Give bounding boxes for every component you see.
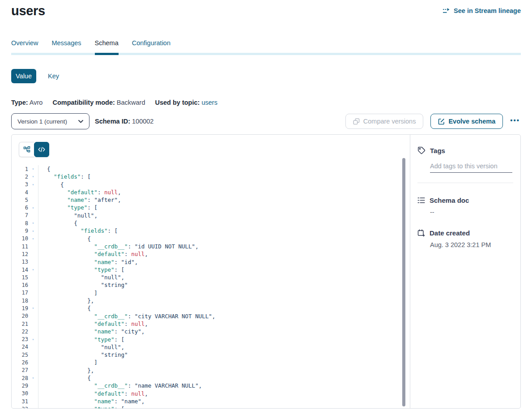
code-line: }, (47, 367, 410, 374)
code-line: "fields": [ (47, 227, 410, 235)
editor-source: { "fields": [ { "default": null, "name":… (38, 165, 410, 409)
line-number: 3 (12, 181, 28, 188)
fold-toggle-icon[interactable]: ▾ (28, 175, 38, 179)
line-number: 6 (12, 205, 28, 211)
code-line: "type": [ (47, 405, 410, 409)
line-number: 8 (12, 220, 28, 226)
schema-panel: 1▾2▾3▾456▾78▾9▾10▾11121314▾1516171819▾20… (11, 134, 521, 409)
code-line: { (47, 219, 410, 227)
schema-id-value: 100002 (132, 118, 153, 125)
line-number: 18 (12, 298, 28, 304)
line-number: 2 (12, 174, 28, 180)
page-header: users See in Stream lineage (11, 0, 521, 18)
fold-toggle-icon[interactable]: ▾ (28, 376, 38, 380)
schema-id: Schema ID: 100002 (95, 118, 153, 125)
line-number: 23 (12, 336, 28, 342)
code-line: ] (47, 359, 410, 366)
fold-toggle-icon[interactable]: ▾ (28, 167, 38, 171)
key-toggle-button[interactable]: Key (48, 73, 59, 80)
code-view-button[interactable] (34, 142, 49, 157)
editor-gutter: 1▾2▾3▾456▾78▾9▾10▾11121314▾1516171819▾20… (12, 165, 38, 409)
meta-type: Type: Avro (11, 99, 43, 106)
calendar-plus-icon (417, 229, 425, 237)
more-actions-button[interactable]: ••• (510, 116, 521, 127)
tab-overview[interactable]: Overview (11, 39, 38, 55)
code-line: { (47, 165, 410, 173)
line-number: 26 (12, 359, 28, 366)
line-number: 17 (12, 290, 28, 296)
code-line: "null", (47, 212, 410, 219)
line-number: 13 (12, 259, 28, 265)
meta-topic-label: Used by topic: (155, 99, 200, 106)
line-number: 24 (12, 344, 28, 350)
line-number: 22 (12, 329, 28, 335)
code-line: "type": [ (47, 336, 410, 343)
schema-id-label: Schema ID: (95, 118, 130, 125)
schema-page: users See in Stream lineage Overview Mes… (0, 0, 532, 409)
evolve-schema-button[interactable]: Evolve schema (430, 114, 503, 129)
fold-toggle-icon[interactable]: ▾ (28, 337, 38, 342)
code-view-icon (38, 146, 45, 153)
edit-icon (438, 118, 445, 125)
line-number: 19 (12, 305, 28, 312)
fold-toggle-icon[interactable]: ▾ (28, 407, 38, 409)
line-number: 1 (12, 166, 28, 172)
compare-versions-label: Compare versions (363, 118, 416, 125)
meta-compatibility-label: Compatibility mode: (52, 99, 115, 106)
version-select[interactable]: Version 1 (current) (11, 113, 89, 129)
line-number: 16 (12, 282, 28, 288)
tab-messages[interactable]: Messages (51, 39, 81, 55)
tree-view-icon (23, 146, 30, 153)
schema-doc-heading: Schema doc (430, 196, 469, 204)
fold-toggle-icon[interactable]: ▾ (28, 229, 38, 233)
list-icon (417, 197, 425, 204)
fold-toggle-icon[interactable]: ▾ (28, 221, 38, 225)
line-number: 15 (12, 274, 28, 281)
line-number: 31 (12, 398, 28, 405)
date-created-value: Aug. 3 2022 3:21 PM (430, 241, 513, 248)
fold-toggle-icon[interactable]: ▾ (28, 306, 38, 310)
fold-toggle-icon[interactable]: ▾ (28, 268, 38, 272)
topic-link[interactable]: users (201, 99, 217, 106)
schema-meta: Type: Avro Compatibility mode: Backward … (11, 99, 521, 106)
date-created-section: Date created Aug. 3 2022 3:21 PM (417, 229, 513, 248)
tab-schema[interactable]: Schema (95, 39, 119, 55)
code-line: ] (47, 289, 410, 297)
line-number: 5 (12, 197, 28, 203)
line-number: 28 (12, 375, 28, 381)
editor-scrollbar[interactable] (402, 158, 405, 406)
code-line: "type": [ (47, 266, 410, 273)
tab-configuration[interactable]: Configuration (132, 39, 170, 55)
code-line: "type": [ (47, 204, 410, 211)
tag-icon (417, 146, 426, 154)
line-number: 10 (12, 235, 28, 242)
meta-type-value: Avro (30, 99, 43, 106)
fold-toggle-icon[interactable]: ▾ (28, 237, 38, 241)
code-line: }, (47, 297, 410, 304)
copy-icon (353, 118, 360, 125)
stream-lineage-label: See in Stream lineage (454, 7, 521, 14)
code-line: { (47, 374, 410, 382)
stream-lineage-link[interactable]: See in Stream lineage (443, 7, 521, 14)
code-line: "default": null, (47, 320, 410, 328)
code-line: "__crdb__": "id UUID NOT NULL", (47, 243, 410, 250)
code-line: "string" (47, 281, 410, 289)
code-line: "default": null, (47, 188, 410, 196)
add-tags-input[interactable] (430, 162, 512, 173)
fold-toggle-icon[interactable]: ▾ (28, 183, 38, 187)
editor-view-toggle (19, 142, 49, 157)
line-number: 29 (12, 383, 28, 389)
code-line: "name": "id", (47, 258, 410, 266)
code-line: "default": null, (47, 250, 410, 258)
code-line: "__crdb__": "name VARCHAR NULL", (47, 382, 410, 389)
tags-heading-row: Tags (417, 146, 513, 154)
meta-type-label: Type: (11, 99, 28, 106)
line-number: 12 (12, 251, 28, 257)
compare-versions-button[interactable]: Compare versions (345, 114, 424, 129)
meta-used-by-topic: Used by topic: users (155, 99, 217, 106)
code-line: "name": "name", (47, 397, 410, 405)
fold-toggle-icon[interactable]: ▾ (28, 206, 38, 210)
value-toggle-button[interactable]: Value (11, 69, 36, 83)
tags-section: Tags (417, 146, 513, 173)
tree-view-button[interactable] (19, 142, 34, 157)
